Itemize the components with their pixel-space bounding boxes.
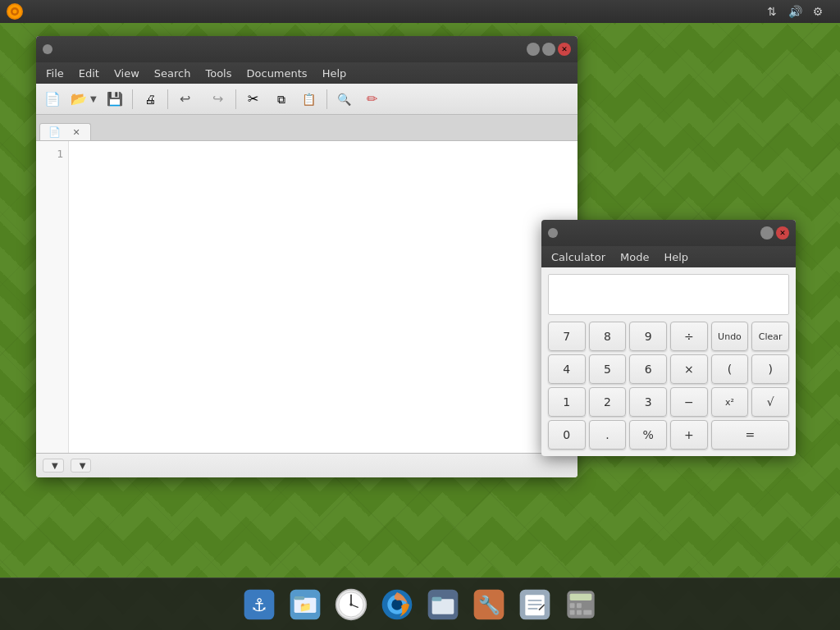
line-numbers: 1 [36,141,69,453]
menu-tools[interactable]: Tools [199,66,238,81]
calc-titlebar: ✕ [541,220,796,246]
dock-firefox[interactable] [377,585,417,624]
open-button[interactable]: ▼ [67,87,100,112]
new-button[interactable] [39,87,66,112]
undo-button[interactable] [172,87,199,112]
new-icon [44,91,61,107]
dock-system-tools[interactable]: 🔧 [469,585,509,624]
calc-btn--[interactable]: √ [751,387,789,417]
svg-rect-31 [577,603,582,608]
minimize-button[interactable] [527,43,540,56]
dock-file-manager[interactable]: 📁 [285,585,325,624]
calc-minimize-button[interactable] [760,226,774,240]
calc-btn-3[interactable]: 3 [629,387,667,417]
open-arrow: ▼ [90,94,97,103]
line-number-1: 1 [41,148,63,160]
calc-btn-9[interactable]: 9 [629,322,667,351]
power-icon: ⚙ [810,4,825,19]
tab-width-selector[interactable]: ▼ [71,459,92,472]
calc-btn-1[interactable]: 1 [548,387,586,417]
pluma-toolbar: ▼ [36,84,578,115]
pluma-menubar: File Edit View Search Tools Documents He… [36,62,578,84]
open-icon [71,91,87,107]
menu-search[interactable]: Search [148,66,198,81]
tab-width-arrow: ▼ [80,461,86,470]
calc-titlebar-left [548,228,563,238]
panel-menu[interactable] [7,3,28,20]
svg-rect-19 [432,596,442,600]
calc-btn--[interactable]: . [589,420,627,450]
maximize-button[interactable] [542,43,555,56]
menu-file[interactable]: File [39,66,71,81]
paste-button[interactable] [296,87,322,112]
calc-btn--[interactable]: % [629,420,667,450]
copy-icon [277,91,285,107]
editor-textarea[interactable] [69,141,578,453]
svg-rect-18 [432,599,454,614]
close-button[interactable]: ✕ [558,43,571,56]
calc-btn--[interactable]: ÷ [670,322,708,351]
paste-icon [302,91,316,107]
dock-thunar[interactable] [423,585,463,624]
calc-menubar: Calculator Mode Help [541,246,796,267]
pluma-window: ✕ File Edit View Search Tools Documents … [36,36,578,477]
calculator-window: ✕ Calculator Mode Help 789÷UndoClear456×… [541,220,796,456]
calc-btn--[interactable]: ) [751,354,789,384]
redo-icon [212,91,223,107]
calc-btn-6[interactable]: 6 [629,354,667,384]
svg-text:📁: 📁 [299,600,312,612]
language-selector[interactable]: ▼ [43,459,64,472]
dock-wharfmaster[interactable]: ⚓ [240,585,279,624]
calc-btn--[interactable]: − [670,387,708,417]
calc-btn-8[interactable]: 8 [589,322,627,351]
svg-point-16 [391,599,402,609]
calc-btn-x-[interactable]: x² [711,387,749,417]
spellcheck-button[interactable] [359,87,386,112]
calc-btn-7[interactable]: 7 [548,322,586,351]
print-button[interactable] [137,87,163,112]
menu-edit[interactable]: Edit [72,66,106,81]
calc-close-button[interactable]: ✕ [776,226,789,240]
cut-button[interactable] [240,87,267,112]
svg-rect-30 [570,603,575,608]
calc-menu-calculator[interactable]: Calculator [545,249,612,265]
network-icon: ⇅ [765,4,779,19]
copy-button[interactable] [268,87,294,112]
menu-help[interactable]: Help [316,66,354,81]
titlebar-left [43,44,57,54]
calc-btn-Clear[interactable]: Clear [751,322,789,351]
menu-documents[interactable]: Documents [240,66,314,81]
calc-btn--[interactable]: ( [711,354,749,384]
calc-btn-Undo[interactable]: Undo [711,322,749,351]
calc-btn-5[interactable]: 5 [589,354,627,384]
top-panel: ⇅ 🔊 ⚙ [0,0,840,23]
calc-menu-help[interactable]: Help [657,249,695,265]
calc-btn-4[interactable]: 4 [548,354,586,384]
taskbar: ⚓ 📁 [0,578,840,630]
status-bar: ▼ ▼ [36,453,578,477]
svg-text:🔧: 🔧 [478,594,501,616]
calc-btn--[interactable]: + [670,420,708,450]
save-button[interactable] [102,87,128,112]
calc-menu-mode[interactable]: Mode [614,249,655,265]
editor-area: 1 [36,141,578,453]
panel-logo [7,3,23,20]
menu-view[interactable]: View [107,66,146,81]
separator1 [132,89,133,109]
tab-close-button[interactable]: ✕ [71,126,82,138]
separator4 [326,89,327,109]
dock-text-editor[interactable] [515,585,555,624]
window-controls: ✕ [527,43,571,56]
volume-icon: 🔊 [788,4,802,19]
calc-btn--[interactable]: × [670,354,708,384]
redo-button[interactable] [205,87,231,112]
tab-unsaved-doc1[interactable]: 📄 ✕ [39,123,91,140]
dock-calculator[interactable] [561,585,600,624]
calc-title-dot [548,228,558,238]
language-arrow: ▼ [52,461,58,470]
calc-btn-2[interactable]: 2 [589,387,627,417]
dock-clock[interactable] [331,585,371,624]
calc-btn--[interactable]: = [711,420,789,450]
calc-btn-0[interactable]: 0 [548,420,586,450]
search-button[interactable] [331,87,358,112]
